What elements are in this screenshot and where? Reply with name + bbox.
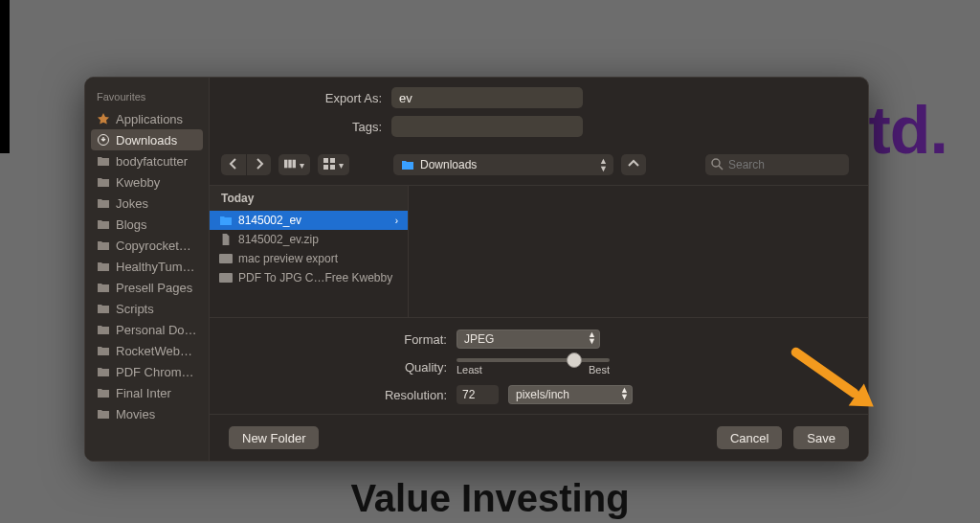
sidebar-item-label: Final Inter bbox=[116, 386, 171, 400]
list-item-label: PDF To JPG C…Free Kwebby bbox=[238, 271, 392, 284]
folder-icon bbox=[219, 215, 233, 226]
left-gutter bbox=[0, 0, 10, 153]
enclosing-folder-button[interactable] bbox=[621, 154, 646, 175]
sidebar-item-label: RocketWeb… bbox=[116, 344, 192, 358]
quality-slider[interactable] bbox=[457, 358, 610, 362]
background-title: Value Investing bbox=[0, 477, 980, 520]
file-icon bbox=[219, 234, 233, 245]
svg-point-8 bbox=[712, 159, 720, 167]
resolution-unit-popup[interactable]: pixels/inch ▲▼ bbox=[508, 385, 633, 404]
sidebar-item-personal-do-[interactable]: Personal Do… bbox=[85, 319, 209, 340]
group-by-button[interactable]: ▾ bbox=[318, 154, 349, 175]
group-header-today: Today bbox=[210, 186, 408, 211]
webloc-icon bbox=[219, 272, 233, 284]
tags-label: Tags: bbox=[229, 120, 382, 134]
sidebar-item-presell-pages[interactable]: Presell Pages bbox=[85, 277, 209, 298]
sidebar-item-downloads[interactable]: Downloads bbox=[91, 129, 203, 150]
sidebar-item-label: HealthyTum… bbox=[116, 260, 195, 274]
webloc-icon bbox=[219, 253, 233, 264]
folder-icon bbox=[97, 303, 110, 314]
sidebar-item-blogs[interactable]: Blogs bbox=[85, 214, 209, 235]
list-item[interactable]: PDF To JPG C…Free Kwebby bbox=[210, 268, 408, 287]
folder-icon bbox=[97, 239, 110, 251]
format-popup[interactable]: JPEG ▲▼ bbox=[457, 330, 600, 349]
browser-toolbar: ▾ ▾ Downloads ▲▼ bbox=[210, 152, 868, 185]
cancel-button[interactable]: Cancel bbox=[717, 426, 782, 449]
resolution-label: Resolution: bbox=[229, 388, 447, 402]
list-item-label: mac preview export bbox=[238, 252, 338, 265]
sidebar-item-applications[interactable]: Applications bbox=[85, 108, 209, 129]
svg-rect-3 bbox=[293, 159, 296, 168]
sidebar-item-healthytum-[interactable]: HealthyTum… bbox=[85, 256, 209, 277]
folder-icon bbox=[97, 218, 110, 230]
folder-icon bbox=[97, 197, 110, 209]
location-popup[interactable]: Downloads ▲▼ bbox=[393, 154, 613, 175]
file-browser: Today 8145002_ev›8145002_ev.zipmac previ… bbox=[210, 185, 868, 317]
location-label: Downloads bbox=[420, 158, 477, 171]
search-input[interactable] bbox=[705, 154, 849, 175]
export-as-input[interactable] bbox=[391, 87, 583, 108]
chevron-down-icon: ▾ bbox=[339, 160, 344, 171]
sidebar-item-label: Kwebby bbox=[116, 175, 160, 190]
chevron-left-icon bbox=[228, 158, 239, 172]
svg-rect-5 bbox=[330, 158, 335, 163]
list-item[interactable]: 8145002_ev› bbox=[210, 211, 408, 230]
svg-rect-1 bbox=[284, 159, 287, 168]
folder-icon bbox=[97, 324, 110, 335]
chevron-right-icon: › bbox=[395, 216, 398, 226]
updown-icon: ▲▼ bbox=[620, 387, 629, 400]
format-label: Format: bbox=[229, 332, 447, 347]
resolution-input[interactable] bbox=[457, 385, 499, 404]
folder-icon bbox=[97, 387, 110, 398]
grid-icon bbox=[323, 158, 335, 172]
format-value: JPEG bbox=[464, 332, 494, 346]
sidebar-item-label: Movies bbox=[116, 407, 155, 421]
sidebar-item-label: Blogs bbox=[116, 217, 147, 232]
sidebar-item-jokes[interactable]: Jokes bbox=[85, 193, 209, 214]
svg-rect-10 bbox=[219, 254, 233, 263]
nav-fwd-button[interactable] bbox=[246, 154, 271, 175]
svg-rect-6 bbox=[323, 165, 328, 170]
folder-icon bbox=[97, 261, 110, 272]
sidebar-item-kwebby[interactable]: Kwebby bbox=[85, 171, 209, 193]
sidebar-item-label: Copyrocket… bbox=[116, 239, 191, 253]
sidebar-item-scripts[interactable]: Scripts bbox=[85, 298, 209, 319]
columns-icon bbox=[284, 158, 296, 172]
folder-icon bbox=[97, 282, 110, 293]
list-item[interactable]: 8145002_ev.zip bbox=[210, 230, 408, 249]
sidebar-item-rocketweb-[interactable]: RocketWeb… bbox=[85, 340, 209, 361]
resolution-unit-value: pixels/inch bbox=[516, 388, 569, 401]
sidebar-item-bodyfatcutter[interactable]: bodyfatcutter bbox=[85, 150, 209, 171]
svg-rect-2 bbox=[288, 159, 291, 168]
sidebar-item-copyrocket-[interactable]: Copyrocket… bbox=[85, 235, 209, 256]
search-icon bbox=[711, 158, 724, 173]
favourites-header: Favourites bbox=[85, 87, 209, 108]
export-as-label: Export As: bbox=[229, 91, 382, 105]
sidebar-item-label: Downloads bbox=[116, 133, 177, 148]
folder-icon bbox=[97, 345, 110, 356]
sidebar-item-pdf-chrom-[interactable]: PDF Chrom… bbox=[85, 361, 209, 382]
browser-detail-pane bbox=[409, 186, 868, 317]
folder-icon bbox=[97, 155, 110, 167]
export-dialog: Favourites ApplicationsDownloadsbodyfatc… bbox=[84, 77, 869, 462]
favourites-sidebar: Favourites ApplicationsDownloadsbodyfatc… bbox=[85, 78, 210, 461]
sidebar-item-label: bodyfatcutter bbox=[116, 154, 188, 169]
sidebar-item-label: Personal Do… bbox=[116, 323, 197, 337]
view-mode-button[interactable]: ▾ bbox=[278, 154, 310, 175]
new-folder-button[interactable]: New Folder bbox=[229, 426, 319, 449]
sidebar-item-label: PDF Chrom… bbox=[116, 365, 194, 379]
sidebar-item-label: Scripts bbox=[116, 302, 154, 316]
svg-rect-7 bbox=[330, 165, 335, 170]
save-button[interactable]: Save bbox=[793, 426, 849, 449]
dialog-footer: New Folder Cancel Save bbox=[210, 414, 868, 461]
tags-input[interactable] bbox=[391, 116, 583, 137]
sidebar-item-movies[interactable]: Movies bbox=[85, 403, 209, 424]
sidebar-item-final-inter[interactable]: Final Inter bbox=[85, 382, 209, 403]
quality-max-label: Best bbox=[589, 364, 610, 375]
sidebar-item-label: Applications bbox=[116, 112, 183, 126]
download-icon bbox=[97, 134, 110, 146]
updown-icon: ▲▼ bbox=[599, 157, 608, 172]
chevron-down-icon: ▾ bbox=[300, 160, 304, 171]
list-item[interactable]: mac preview export bbox=[210, 249, 408, 268]
nav-back-button[interactable] bbox=[221, 154, 246, 175]
